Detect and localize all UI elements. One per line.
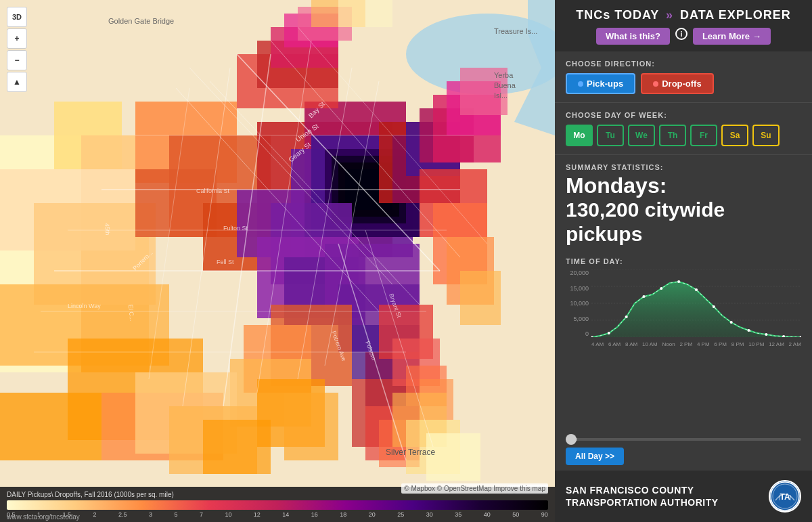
legend-gradient bbox=[7, 500, 548, 510]
dropoffs-button[interactable]: Drop-offs bbox=[641, 73, 714, 94]
sidebar-footer: SAN FRANCISCO COUNTY TRANSPORTATION AUTH… bbox=[555, 471, 812, 522]
svg-text:Lincoln Way: Lincoln Way bbox=[68, 303, 101, 309]
day-friday-button[interactable]: Fr bbox=[690, 125, 717, 146]
svg-point-124 bbox=[747, 329, 750, 332]
chart-section: TIME OF DAY: 20,000 15,000 10,000 5,000 … bbox=[555, 252, 812, 429]
legend-bar bbox=[7, 500, 548, 510]
chart-svg-area bbox=[591, 269, 801, 337]
day-tuesday-button[interactable]: Tu bbox=[597, 125, 624, 146]
3d-button[interactable]: 3D bbox=[7, 7, 27, 27]
learn-more-button[interactable]: Learn More → bbox=[693, 28, 771, 45]
day-wednesday-button[interactable]: We bbox=[628, 125, 655, 146]
sidebar: TNCs TODAY » DATA EXPLORER What is this?… bbox=[555, 0, 812, 522]
app-title: TNCs TODAY » DATA EXPLORER bbox=[566, 8, 801, 22]
svg-text:TA: TA bbox=[780, 492, 790, 502]
map-container: Bay St Union St Geary St California St F… bbox=[0, 0, 555, 522]
stats-label: SUMMARY STATISTICS: bbox=[566, 163, 801, 171]
svg-rect-62 bbox=[203, 420, 271, 474]
svg-rect-69 bbox=[338, 0, 392, 27]
svg-point-118 bbox=[642, 295, 645, 298]
svg-text:Treasure Is...: Treasure Is... bbox=[494, 27, 537, 35]
compass-button[interactable]: ▲ bbox=[7, 72, 27, 92]
svg-text:Fulton St: Fulton St bbox=[223, 225, 248, 232]
svg-point-123 bbox=[730, 321, 733, 324]
time-slider[interactable] bbox=[566, 438, 801, 441]
what-is-this-button[interactable]: What is this? bbox=[596, 28, 670, 45]
svg-point-119 bbox=[660, 287, 662, 290]
all-day-button[interactable]: All Day >> bbox=[566, 448, 624, 465]
legend-labels: 0.511.522.5357101214161820253035405090 bbox=[7, 511, 548, 518]
map-controls-container: 3D + − ▲ bbox=[7, 7, 27, 92]
svg-text:Buena: Buena bbox=[494, 81, 516, 89]
chart-y-labels: 20,000 15,000 10,000 5,000 0 bbox=[566, 269, 591, 337]
svg-rect-13 bbox=[0, 393, 102, 460]
svg-text:Fell St: Fell St bbox=[217, 259, 234, 265]
day-sunday-button[interactable]: Su bbox=[752, 125, 780, 146]
svg-text:Silver Terrace: Silver Terrace bbox=[386, 448, 435, 457]
svg-text:California St: California St bbox=[196, 188, 230, 194]
svg-rect-59 bbox=[426, 433, 480, 481]
direction-label: CHOOSE DIRECTION: bbox=[566, 60, 801, 68]
slider-section: All Day >> bbox=[555, 429, 812, 471]
svg-rect-40 bbox=[460, 271, 501, 325]
svg-point-121 bbox=[695, 288, 698, 291]
map-svg: Bay St Union St Geary St California St F… bbox=[0, 0, 555, 522]
zoom-in-button[interactable]: + bbox=[7, 28, 27, 49]
svg-text:Golden Gate Bridge: Golden Gate Bridge bbox=[108, 17, 174, 25]
chart-container: 20,000 15,000 10,000 5,000 0 bbox=[566, 269, 801, 351]
svg-text:45th: 45th bbox=[104, 223, 111, 235]
stats-section: SUMMARY STATISTICS: Mondays: 130,200 cit… bbox=[555, 155, 812, 252]
day-of-week-label: CHOOSE DAY OF WEEK: bbox=[566, 111, 801, 119]
svg-point-117 bbox=[625, 316, 628, 318]
day-thursday-button[interactable]: Th bbox=[659, 125, 686, 146]
stats-day: Mondays: bbox=[566, 174, 801, 198]
org-name: SAN FRANCISCO COUNTY TRANSPORTATION AUTH… bbox=[566, 484, 719, 508]
stats-count: 130,200 citywide pickups bbox=[566, 198, 801, 246]
svg-point-122 bbox=[713, 305, 715, 308]
direction-section: CHOOSE DIRECTION: Pick-ups Drop-offs bbox=[555, 51, 812, 103]
chart-label: TIME OF DAY: bbox=[566, 257, 801, 265]
day-saturday-button[interactable]: Sa bbox=[721, 125, 748, 146]
svg-point-116 bbox=[608, 332, 610, 334]
svg-rect-52 bbox=[284, 393, 338, 460]
svg-text:El C...: El C... bbox=[127, 304, 135, 321]
direction-buttons: Pick-ups Drop-offs bbox=[566, 73, 801, 94]
pickups-dot bbox=[578, 81, 583, 87]
day-monday-button[interactable]: Mo bbox=[566, 125, 593, 146]
day-buttons: Mo Tu We Th Fr Sa Su bbox=[566, 125, 801, 146]
site-url: www.sfcta.org/tncstoday bbox=[7, 513, 80, 521]
svg-text:Isl...: Isl... bbox=[494, 91, 508, 100]
osm-attribution: © Mapbox © OpenStreetMap Improve this ma… bbox=[401, 483, 548, 494]
zoom-out-button[interactable]: − bbox=[7, 50, 27, 70]
dropoffs-dot bbox=[653, 81, 658, 87]
day-of-week-section: CHOOSE DAY OF WEEK: Mo Tu We Th Fr Sa Su bbox=[555, 103, 812, 155]
sfcta-logo: TA bbox=[769, 480, 801, 513]
svg-point-120 bbox=[677, 280, 680, 283]
header-buttons: What is this? i Learn More → bbox=[566, 28, 801, 45]
svg-text:Yerba: Yerba bbox=[494, 71, 514, 79]
chart-x-labels: 4 AM 6 AM 8 AM 10 AM Noon 2 PM 4 PM 6 PM… bbox=[591, 337, 801, 351]
svg-point-125 bbox=[765, 333, 767, 336]
pickups-button[interactable]: Pick-ups bbox=[566, 73, 635, 94]
info-icon-button[interactable]: i bbox=[675, 28, 687, 40]
sidebar-header: TNCs TODAY » DATA EXPLORER What is this?… bbox=[555, 0, 812, 51]
